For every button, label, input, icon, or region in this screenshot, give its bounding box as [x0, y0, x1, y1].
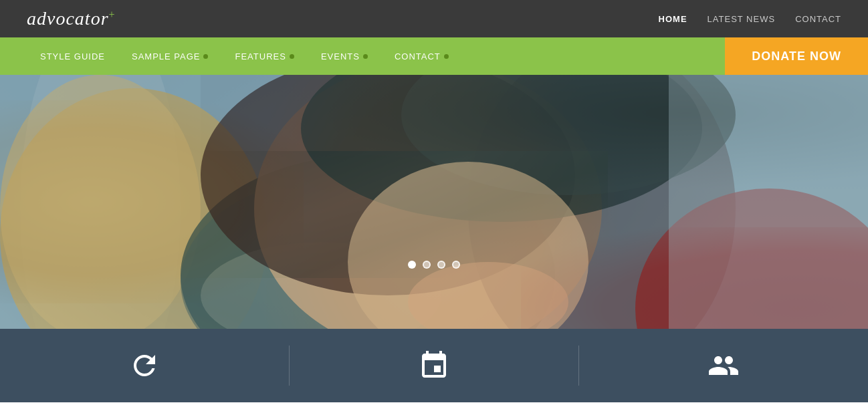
- slider-dot-1[interactable]: [408, 261, 416, 269]
- icon-item-refresh[interactable]: [0, 350, 289, 382]
- slider-dot-4[interactable]: [452, 261, 460, 269]
- nav-contact-green[interactable]: CONTACT: [381, 37, 462, 75]
- contact-dot: [444, 54, 449, 59]
- slider-dot-3[interactable]: [437, 261, 445, 269]
- sample-page-label: SAMPLE PAGE: [132, 51, 201, 61]
- nav-features[interactable]: FEATURES: [221, 37, 307, 75]
- features-label: FEATURES: [235, 51, 286, 61]
- green-nav: STYLE GUIDE SAMPLE PAGE FEATURES EVENTS …: [27, 37, 725, 75]
- top-nav: HOME LATEST NEWS CONTACT: [659, 14, 841, 24]
- icon-item-calendar[interactable]: [290, 350, 578, 382]
- nav-contact[interactable]: CONTACT: [795, 14, 841, 24]
- nav-latest-news[interactable]: LATEST NEWS: [708, 14, 776, 24]
- hero-svg: [0, 75, 868, 329]
- logo: advocator+: [27, 8, 116, 29]
- svg-rect-16: [669, 75, 868, 329]
- contact-label: CONTACT: [395, 51, 441, 61]
- nav-style-guide[interactable]: STYLE GUIDE: [27, 37, 118, 75]
- nav-sample-page[interactable]: SAMPLE PAGE: [118, 37, 222, 75]
- donate-button[interactable]: DONATE NOW: [725, 37, 868, 75]
- nav-events[interactable]: EVENTS: [308, 37, 381, 75]
- logo-sup: +: [109, 9, 116, 20]
- icon-bar: [0, 329, 868, 402]
- events-label: EVENTS: [321, 51, 360, 61]
- calendar-icon: [418, 350, 450, 382]
- hero-image: [0, 75, 868, 329]
- nav-home[interactable]: HOME: [659, 14, 687, 24]
- icon-item-people[interactable]: [579, 350, 868, 382]
- top-bar: advocator+ HOME LATEST NEWS CONTACT: [0, 0, 868, 37]
- slider-dot-2[interactable]: [423, 261, 431, 269]
- people-icon: [708, 350, 740, 382]
- style-guide-label: STYLE GUIDE: [40, 51, 105, 61]
- events-dot: [363, 54, 368, 59]
- refresh-icon: [128, 350, 160, 382]
- slider-dots: [408, 261, 460, 269]
- logo-text: advocator: [27, 8, 109, 29]
- sample-page-dot: [203, 54, 208, 59]
- hero-section: [0, 75, 868, 329]
- features-dot: [290, 54, 294, 59]
- green-bar: STYLE GUIDE SAMPLE PAGE FEATURES EVENTS …: [0, 37, 868, 75]
